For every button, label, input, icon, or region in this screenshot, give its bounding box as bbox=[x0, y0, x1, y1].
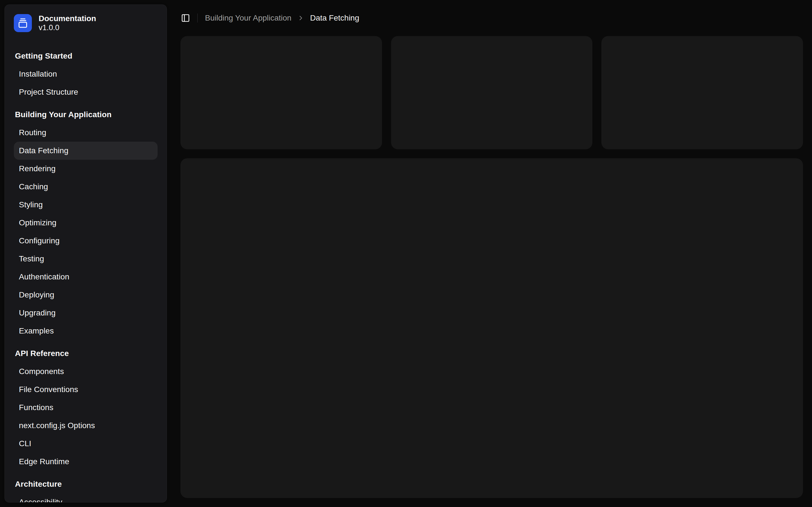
sidebar-item-styling[interactable]: Styling bbox=[14, 196, 158, 214]
placeholder-card-grid bbox=[181, 36, 803, 149]
sidebar-item-accessibility[interactable]: Accessibility bbox=[14, 493, 158, 503]
sidebar-header: Documentation v1.0.0 bbox=[9, 9, 162, 37]
sidebar-group-label: Architecture bbox=[14, 475, 158, 493]
sidebar-item-functions[interactable]: Functions bbox=[14, 399, 158, 416]
sidebar-menu: Accessibility bbox=[14, 493, 158, 503]
sidebar-group: API Reference Components File Convention… bbox=[9, 344, 162, 471]
sidebar-item-edge-runtime[interactable]: Edge Runtime bbox=[14, 453, 158, 471]
sidebar-item-authentication[interactable]: Authentication bbox=[14, 268, 158, 286]
sidebar-group: Getting Started Installation Project Str… bbox=[9, 47, 162, 101]
sidebar-toggle-button[interactable] bbox=[177, 10, 193, 26]
sidebar-item-routing[interactable]: Routing bbox=[14, 124, 158, 142]
chevron-right-icon bbox=[297, 14, 305, 22]
sidebar-item-upgrading[interactable]: Upgrading bbox=[14, 304, 158, 322]
sidebar-nav: Getting Started Installation Project Str… bbox=[9, 47, 162, 503]
app-logo-button[interactable]: Documentation v1.0.0 bbox=[9, 9, 162, 37]
main-header: Building Your Application Data Fetching bbox=[171, 0, 812, 36]
main-area: Building Your Application Data Fetching bbox=[171, 0, 812, 507]
sidebar-group-label: Getting Started bbox=[14, 47, 158, 65]
sidebar-group: Architecture Accessibility bbox=[9, 475, 162, 503]
breadcrumb-link[interactable]: Building Your Application bbox=[205, 13, 292, 22]
sidebar-item-installation[interactable]: Installation bbox=[14, 65, 158, 83]
placeholder-card-large bbox=[181, 158, 803, 498]
app-version: v1.0.0 bbox=[39, 23, 96, 33]
placeholder-card bbox=[181, 36, 382, 149]
sidebar-menu: Routing Data Fetching Rendering Caching … bbox=[14, 124, 158, 340]
sidebar-group: Building Your Application Routing Data F… bbox=[9, 106, 162, 340]
sidebar-item-optimizing[interactable]: Optimizing bbox=[14, 214, 158, 232]
sidebar-menu: Installation Project Structure bbox=[14, 65, 158, 101]
sidebar-menu: Components File Conventions Functions ne… bbox=[14, 362, 158, 471]
sidebar-item-data-fetching[interactable]: Data Fetching bbox=[14, 142, 158, 160]
app-root: Documentation v1.0.0 Getting Started Ins… bbox=[0, 0, 812, 507]
placeholder-card bbox=[391, 36, 593, 149]
gallery-vertical-end-icon bbox=[14, 14, 32, 32]
sidebar-item-configuring[interactable]: Configuring bbox=[14, 232, 158, 250]
app-meta: Documentation v1.0.0 bbox=[39, 14, 96, 33]
sidebar-item-file-conventions[interactable]: File Conventions bbox=[14, 381, 158, 399]
panel-left-icon bbox=[181, 13, 190, 22]
sidebar-item-next-config-js-options[interactable]: next.config.js Options bbox=[14, 416, 158, 435]
sidebar-item-deploying[interactable]: Deploying bbox=[14, 286, 158, 304]
sidebar-item-components[interactable]: Components bbox=[14, 362, 158, 381]
app-name: Documentation bbox=[39, 14, 96, 23]
sidebar-group-label: API Reference bbox=[14, 344, 158, 362]
breadcrumb-current-page: Data Fetching bbox=[310, 13, 359, 22]
sidebar-item-rendering[interactable]: Rendering bbox=[14, 160, 158, 178]
breadcrumb: Building Your Application Data Fetching bbox=[205, 13, 359, 22]
sidebar-item-caching[interactable]: Caching bbox=[14, 178, 158, 196]
sidebar-item-project-structure[interactable]: Project Structure bbox=[14, 83, 158, 101]
sidebar-item-testing[interactable]: Testing bbox=[14, 250, 158, 268]
header-separator bbox=[197, 13, 198, 22]
sidebar: Documentation v1.0.0 Getting Started Ins… bbox=[4, 4, 167, 503]
sidebar-item-examples[interactable]: Examples bbox=[14, 322, 158, 340]
main-content bbox=[181, 36, 803, 498]
placeholder-card bbox=[601, 36, 803, 149]
sidebar-group-label: Building Your Application bbox=[14, 106, 158, 124]
sidebar-item-cli[interactable]: CLI bbox=[14, 435, 158, 453]
